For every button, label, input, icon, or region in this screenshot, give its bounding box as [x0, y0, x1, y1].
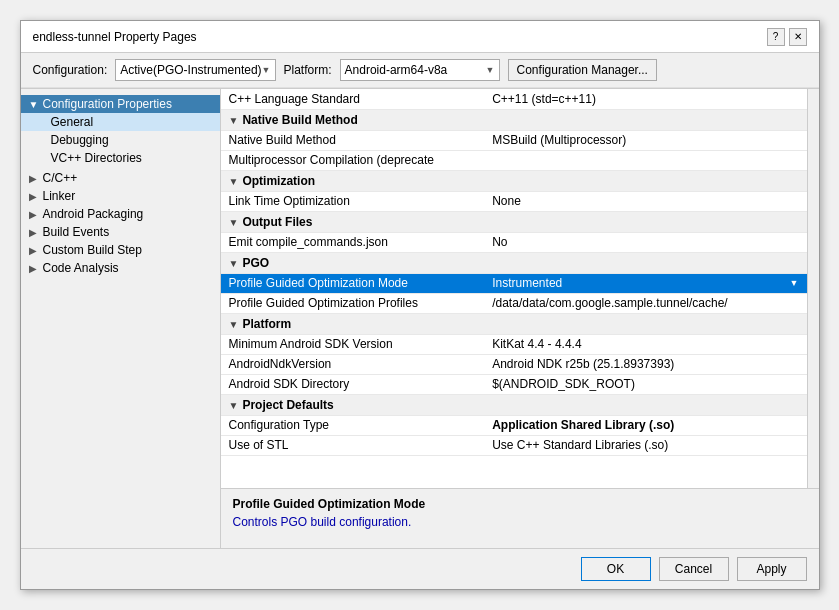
section-label: ▼Project Defaults [221, 394, 807, 415]
prop-value: $(ANDROID_SDK_ROOT) [484, 374, 806, 394]
info-description: Controls PGO build configuration. [233, 515, 807, 529]
prop-name: Link Time Optimization [221, 191, 485, 211]
cancel-button[interactable]: Cancel [659, 557, 729, 581]
sidebar-item-code-analysis[interactable]: ▶ Code Analysis [21, 259, 220, 277]
sidebar-item-linker[interactable]: ▶ Linker [21, 187, 220, 205]
code-analysis-label: Code Analysis [43, 261, 119, 275]
table-row: Profile Guided Optimization Profiles /da… [221, 293, 807, 313]
platform-label: Platform: [284, 63, 332, 77]
general-label: General [51, 115, 94, 129]
linker-label: Linker [43, 189, 76, 203]
section-header[interactable]: ▼PGO [221, 252, 807, 273]
section-label: ▼Output Files [221, 211, 807, 232]
prop-value: Android NDK r25b (25.1.8937393) [484, 354, 806, 374]
prop-name: AndroidNdkVersion [221, 354, 485, 374]
table-row: Configuration Type Application Shared Li… [221, 415, 807, 435]
section-header[interactable]: ▼Output Files [221, 211, 807, 232]
cpp-label: C/C++ [43, 171, 78, 185]
main-content: ▼ Configuration Properties General Debug… [21, 88, 819, 548]
prop-value: /data/data/com.google.sample.tunnel/cach… [484, 293, 806, 313]
section-arrow-icon: ▼ [229, 176, 239, 187]
config-properties-header[interactable]: ▼ Configuration Properties [21, 95, 220, 113]
sidebar-item-debugging[interactable]: Debugging [21, 131, 220, 149]
prop-name: Minimum Android SDK Version [221, 334, 485, 354]
configuration-select[interactable]: Active(PGO-Instrumented) ▼ [115, 59, 275, 81]
section-arrow-icon: ▼ [229, 258, 239, 269]
configuration-label: Configuration: [33, 63, 108, 77]
table-row: C++ Language Standard C++11 (std=c++11) [221, 89, 807, 109]
sidebar-item-build-events[interactable]: ▶ Build Events [21, 223, 220, 241]
prop-name: Use of STL [221, 435, 485, 455]
table-row: Minimum Android SDK Version KitKat 4.4 -… [221, 334, 807, 354]
prop-name: Profile Guided Optimization Profiles [221, 293, 485, 313]
configuration-row: Configuration: Active(PGO-Instrumented) … [21, 53, 819, 88]
configuration-manager-button[interactable]: Configuration Manager... [508, 59, 657, 81]
android-packaging-label: Android Packaging [43, 207, 144, 221]
table-row: Native Build Method MSBuild (Multiproces… [221, 130, 807, 150]
sidebar-item-cpp[interactable]: ▶ C/C++ [21, 169, 220, 187]
custom-build-step-expand-icon: ▶ [29, 245, 43, 256]
platform-arrow-icon: ▼ [486, 65, 495, 75]
section-header[interactable]: ▼Project Defaults [221, 394, 807, 415]
section-header[interactable]: ▼Native Build Method [221, 109, 807, 130]
prop-name: Native Build Method [221, 130, 485, 150]
scrollbar[interactable] [807, 89, 819, 488]
build-events-expand-icon: ▶ [29, 227, 43, 238]
title-bar: endless-tunnel Property Pages ? ✕ [21, 21, 819, 53]
sidebar: ▼ Configuration Properties General Debug… [21, 89, 221, 548]
linker-expand-icon: ▶ [29, 191, 43, 202]
info-panel: Profile Guided Optimization Mode Control… [221, 488, 819, 548]
prop-name: Android SDK Directory [221, 374, 485, 394]
help-button[interactable]: ? [767, 28, 785, 46]
code-analysis-expand-icon: ▶ [29, 263, 43, 274]
sidebar-item-vc-directories[interactable]: VC++ Directories [21, 149, 220, 167]
configuration-arrow-icon: ▼ [262, 65, 271, 75]
prop-value: Use C++ Standard Libraries (.so) [484, 435, 806, 455]
props-wrapper: C++ Language Standard C++11 (std=c++11) … [221, 89, 819, 488]
properties-table: C++ Language Standard C++11 (std=c++11) … [221, 89, 807, 488]
config-properties-label: Configuration Properties [43, 97, 172, 111]
prop-value: None [484, 191, 806, 211]
custom-build-step-label: Custom Build Step [43, 243, 142, 257]
table-row: Link Time Optimization None [221, 191, 807, 211]
table-row: Emit compile_commands.json No [221, 232, 807, 252]
table-row-selected[interactable]: Profile Guided Optimization Mode Instrum… [221, 273, 807, 293]
prop-name: Configuration Type [221, 415, 485, 435]
button-row: OK Cancel Apply [21, 548, 819, 589]
dropdown-arrow-icon[interactable]: ▼ [790, 278, 799, 288]
section-header[interactable]: ▼Optimization [221, 170, 807, 191]
info-title: Profile Guided Optimization Mode [233, 497, 807, 511]
right-panel: C++ Language Standard C++11 (std=c++11) … [221, 89, 819, 548]
vc-directories-label: VC++ Directories [51, 151, 142, 165]
sidebar-item-custom-build-step[interactable]: ▶ Custom Build Step [21, 241, 220, 259]
debugging-label: Debugging [51, 133, 109, 147]
close-button[interactable]: ✕ [789, 28, 807, 46]
sidebar-item-general[interactable]: General [21, 113, 220, 131]
prop-value-selected: Instrumented ▼ [484, 273, 806, 293]
sidebar-item-android-packaging[interactable]: ▶ Android Packaging [21, 205, 220, 223]
prop-name: Emit compile_commands.json [221, 232, 485, 252]
table-row: Multiprocessor Compilation (deprecate [221, 150, 807, 170]
platform-select[interactable]: Android-arm64-v8a ▼ [340, 59, 500, 81]
expand-icon: ▼ [29, 99, 43, 110]
section-arrow-icon: ▼ [229, 319, 239, 330]
sidebar-item-config-properties[interactable]: ▼ Configuration Properties General Debug… [21, 93, 220, 169]
ok-button[interactable]: OK [581, 557, 651, 581]
prop-name-selected: Profile Guided Optimization Mode [221, 273, 485, 293]
apply-button[interactable]: Apply [737, 557, 807, 581]
prop-value: Application Shared Library (.so) [484, 415, 806, 435]
platform-value: Android-arm64-v8a [345, 63, 448, 77]
section-arrow-icon: ▼ [229, 217, 239, 228]
property-pages-dialog: endless-tunnel Property Pages ? ✕ Config… [20, 20, 820, 590]
section-label: ▼Optimization [221, 170, 807, 191]
prop-value [484, 150, 806, 170]
prop-value: C++11 (std=c++11) [484, 89, 806, 109]
configuration-value: Active(PGO-Instrumented) [120, 63, 261, 77]
section-label: ▼Native Build Method [221, 109, 807, 130]
section-label: ▼PGO [221, 252, 807, 273]
title-controls: ? ✕ [767, 28, 807, 46]
section-header[interactable]: ▼Platform [221, 313, 807, 334]
prop-name: C++ Language Standard [221, 89, 485, 109]
dropdown-value: Instrumented [492, 276, 562, 290]
table-row: AndroidNdkVersion Android NDK r25b (25.1… [221, 354, 807, 374]
